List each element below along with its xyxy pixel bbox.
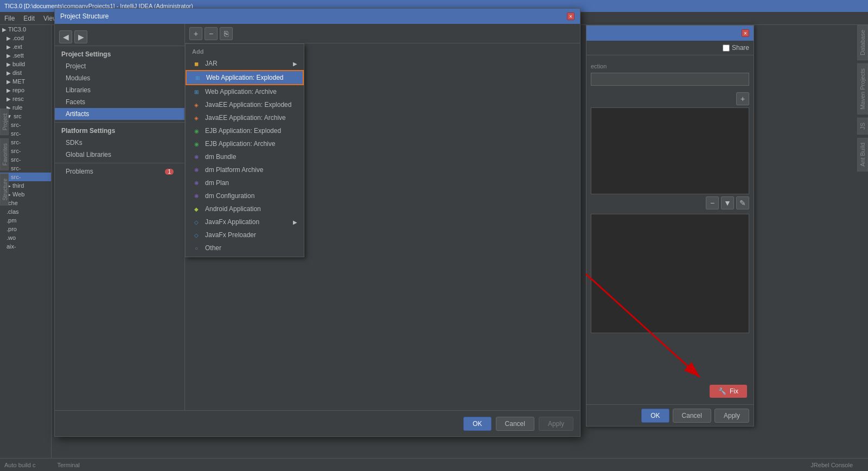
javaee-archive-icon: ◈ <box>192 113 201 122</box>
add-menu-other[interactable]: ○ Other <box>186 241 304 254</box>
add-menu-jar[interactable]: ◼ JAR ▶ <box>186 57 304 70</box>
tree-item-pro[interactable]: .pro <box>0 225 51 233</box>
second-cancel-button[interactable]: Cancel <box>673 409 711 423</box>
add-menu-android[interactable]: ◆ Android Application <box>186 202 304 215</box>
left-vertical-tabs: Project Favorites Structure <box>0 109 9 208</box>
second-dialog-close-button[interactable]: × <box>742 29 749 37</box>
add-menu-javafx-app[interactable]: ◇ JavaFx Application ▶ <box>186 215 304 228</box>
dialog-body: ◀ ▶ Project Settings Project Modules Lib… <box>55 24 580 410</box>
add-menu-dm-plan[interactable]: ❋ dm Plan <box>186 176 304 189</box>
terminal-tab[interactable]: Terminal <box>57 462 80 468</box>
nav-sdks[interactable]: SDKs <box>55 137 184 149</box>
tree-item-wo[interactable]: .wo <box>0 233 51 242</box>
tree-item-dist[interactable]: ▶ dist <box>0 68 51 77</box>
connection-label: ection <box>591 63 749 69</box>
jrebel-console-tab[interactable]: JRebel Console <box>806 458 857 471</box>
second-dialog-titlebar: × <box>586 26 754 41</box>
ejb-archive-icon: ◉ <box>192 139 201 148</box>
maven-panel-tab[interactable]: Maven Projects <box>857 63 868 114</box>
add-menu-web-archive[interactable]: ⊞ Web Application: Archive <box>186 85 304 98</box>
add-connection-button[interactable]: + <box>736 92 749 105</box>
platform-settings-header: Platform Settings <box>55 125 184 137</box>
js-panel-tab[interactable]: JS <box>857 118 868 135</box>
add-menu-ejb-exploded[interactable]: ◉ EJB Application: Exploded <box>186 124 304 137</box>
share-checkbox-label[interactable]: Share <box>723 44 749 52</box>
nav-project[interactable]: Project <box>55 60 184 72</box>
nav-divider-2 <box>55 163 184 163</box>
ejb-exploded-icon: ◉ <box>192 126 201 135</box>
cancel-button[interactable]: Cancel <box>496 417 534 431</box>
dialog-titlebar: Project Structure × <box>55 9 580 24</box>
right-side-panels: Database Maven Projects JS Ant Build <box>857 25 868 448</box>
tree-item-resc[interactable]: ▶ resc <box>0 94 51 103</box>
tree-item-build[interactable]: ▶ build <box>0 60 51 68</box>
dm-plan-icon: ❋ <box>192 179 201 187</box>
share-label: Share <box>732 44 749 52</box>
add-menu-ejb-archive[interactable]: ◉ EJB Application: Archive <box>186 137 304 150</box>
dialog-left-nav: ◀ ▶ Project Settings Project Modules Lib… <box>55 24 185 410</box>
share-checkbox[interactable] <box>723 44 730 52</box>
add-artifact-button[interactable]: + <box>189 27 202 40</box>
project-structure-dialog: Project Structure × ◀ ▶ Project Settings… <box>54 8 580 437</box>
nav-problems[interactable]: Problems 1 <box>55 166 184 177</box>
dialog-close-button[interactable]: × <box>567 12 575 20</box>
apply-button[interactable]: Apply <box>539 417 573 431</box>
web-exploded-icon: ⊞ <box>193 73 202 82</box>
nav-divider-1 <box>55 122 184 123</box>
project-tab[interactable]: Project <box>0 109 9 135</box>
second-dialog-footer: OK Cancel Apply <box>586 404 754 426</box>
jar-icon: ◼ <box>192 59 201 68</box>
project-settings-header: Project Settings <box>55 48 184 60</box>
tree-icon-folder2: ▶ <box>7 35 11 41</box>
status-bar: Auto build c Terminal <box>0 458 868 471</box>
second-apply-button[interactable]: Apply <box>714 409 749 423</box>
tree-item-repo[interactable]: ▶ repo <box>0 86 51 94</box>
nav-global-libraries[interactable]: Global Libraries <box>55 149 184 161</box>
edit-button[interactable]: ✎ <box>736 196 749 209</box>
tree-item-aix[interactable]: aix- <box>0 242 51 251</box>
nav-back-button[interactable]: ◀ <box>59 30 72 43</box>
minus-button[interactable]: − <box>706 196 719 209</box>
nav-artifacts[interactable]: Artifacts <box>55 108 184 120</box>
copy-artifact-button[interactable]: ⎘ <box>220 27 233 40</box>
tree-item-pm[interactable]: .pm <box>0 216 51 225</box>
nav-modules[interactable]: Modules <box>55 72 184 84</box>
dialog-titlebar-buttons: × <box>567 12 575 20</box>
menu-file[interactable]: File <box>4 15 15 22</box>
down-button[interactable]: ▼ <box>721 196 734 209</box>
connection-list <box>591 107 749 194</box>
ant-panel-tab[interactable]: Ant Build <box>857 138 868 171</box>
tree-item-cod[interactable]: ▶ .cod <box>0 34 51 42</box>
add-menu-dm-platform[interactable]: ❋ dm Platform Archive <box>186 163 304 176</box>
remove-artifact-button[interactable]: − <box>205 27 218 40</box>
add-menu-dm-config[interactable]: ❋ dm Configuration <box>186 189 304 202</box>
add-menu-header: Add <box>186 46 304 57</box>
second-dialog-body: ection + − ▼ ✎ <box>586 55 754 340</box>
add-menu-javafx-preloader[interactable]: ◇ JavaFx Preloader <box>186 228 304 241</box>
tree-item-ext[interactable]: ▶ .ext <box>0 42 51 51</box>
tree-item-sett[interactable]: ▶ .sett <box>0 51 51 60</box>
fix-button[interactable]: 🔧 Fix <box>710 385 747 398</box>
menu-edit[interactable]: Edit <box>23 15 35 22</box>
tree-icon-folder: ▶ <box>2 27 7 33</box>
database-panel-tab[interactable]: Database <box>857 25 868 60</box>
second-dialog: × Share ection + − ▼ ✎ 🔧 Fix OK Cancel A… <box>586 25 754 427</box>
tree-item-tic30[interactable]: ▶ TIC3.0 <box>0 25 51 34</box>
connection-input[interactable] <box>591 73 749 86</box>
fix-label: Fix <box>730 387 738 395</box>
javaee-exploded-icon: ◈ <box>192 100 201 109</box>
ok-button[interactable]: OK <box>463 417 491 431</box>
structure-tab[interactable]: Structure <box>0 174 9 206</box>
second-ok-button[interactable]: OK <box>641 409 669 423</box>
tree-item-met[interactable]: ▶ MET <box>0 77 51 86</box>
add-menu-javaee-exploded[interactable]: ◈ JavaEE Application: Exploded <box>186 98 304 111</box>
nav-facets[interactable]: Facets <box>55 96 184 108</box>
nav-libraries[interactable]: Libraries <box>55 84 184 96</box>
add-menu-web-exploded[interactable]: ⊞ Web Application: Exploded <box>186 70 304 85</box>
add-menu-javaee-archive[interactable]: ◈ JavaEE Application: Archive <box>186 111 304 124</box>
nav-forward-button[interactable]: ▶ <box>74 30 87 43</box>
add-menu-dm-bundle[interactable]: ❋ dm Bundle <box>186 150 304 163</box>
web-archive-icon: ⊞ <box>192 87 201 96</box>
tree-item-clas[interactable]: .clas <box>0 207 51 216</box>
favorites-tab[interactable]: Favorites <box>0 138 9 170</box>
